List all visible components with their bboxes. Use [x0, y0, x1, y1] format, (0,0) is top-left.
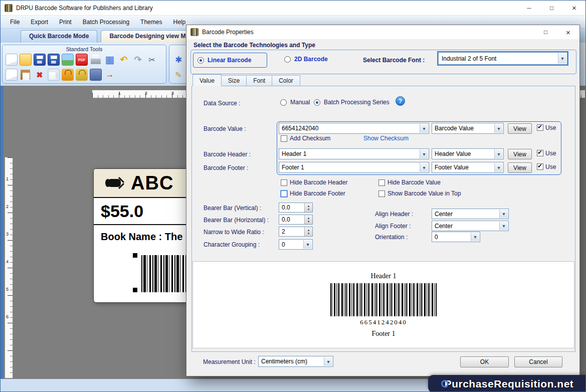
standard-tools-group: Standard Tools PDF ▦ ↶ ↷ ✂ ✖: [2, 45, 166, 84]
use-value-label: Use: [545, 124, 556, 131]
value-tab-panel: Data Source : Manual Batch Processing Se…: [191, 86, 575, 352]
selection-handle[interactable]: [133, 253, 137, 258]
manual-option[interactable]: Manual: [280, 99, 310, 106]
2d-barcode-option[interactable]: 2D Barcode: [284, 56, 328, 63]
application-window: DRPU Barcode Software for Publishers and…: [0, 0, 586, 392]
unlock-icon[interactable]: [76, 69, 88, 81]
narrow-to-wide-ratio-spinner[interactable]: 2: [279, 227, 313, 237]
menu-export[interactable]: Export: [25, 17, 54, 28]
view-value-button[interactable]: View: [508, 123, 532, 134]
cut-icon[interactable]: ✂: [146, 54, 158, 66]
bearer-bar-vertical-spinner[interactable]: 0.0: [279, 203, 313, 213]
show-value-in-top-checkbox[interactable]: [378, 190, 385, 197]
barcode-header-type-combo[interactable]: Header Value: [432, 148, 504, 159]
show-checksum-link[interactable]: Show Checksum: [363, 135, 409, 142]
ruler-mark: 3: [171, 91, 174, 96]
close-icon[interactable]: ×: [563, 1, 585, 16]
save-icon[interactable]: [34, 54, 46, 66]
dialog-maximize-icon[interactable]: □: [534, 25, 557, 39]
add-checksum-checkbox[interactable]: [281, 135, 287, 142]
use-header-checkbox[interactable]: [537, 150, 543, 156]
properties-tab-bar: Value Size Font Color: [192, 75, 300, 86]
export-pdf-icon[interactable]: PDF: [76, 54, 88, 66]
redo-icon[interactable]: ↷: [132, 54, 144, 66]
ruler-mark: 2: [6, 204, 9, 209]
bearer-bar-horizontal-spinner[interactable]: 0.0: [279, 215, 313, 225]
copy-icon[interactable]: [48, 69, 60, 81]
menu-file[interactable]: File: [5, 17, 25, 28]
barcode-font-value: Industrial 2 of 5 Font: [442, 55, 496, 62]
tab-size[interactable]: Size: [222, 75, 247, 86]
align-footer-combo[interactable]: Center: [432, 221, 509, 231]
linear-barcode-option[interactable]: Linear Barcode: [193, 53, 267, 68]
bearer-bar-vertical-value: 0.0: [282, 204, 290, 211]
batch-processing-option[interactable]: Batch Processing Series: [314, 99, 389, 106]
tab-color[interactable]: Color: [272, 75, 300, 86]
menu-themes[interactable]: Themes: [135, 17, 167, 28]
new-document-icon[interactable]: [6, 54, 18, 66]
align-header-label: Align Header :: [375, 211, 413, 218]
help-icon[interactable]: ?: [396, 96, 405, 106]
menu-batch-processing[interactable]: Batch Processing: [77, 17, 135, 28]
character-grouping-combo[interactable]: 0: [279, 239, 313, 250]
bearer-bar-horizontal-value: 0.0: [282, 216, 290, 223]
technology-section-title: Select the Barcode Technologies and Type: [193, 42, 315, 49]
selection-handle[interactable]: [133, 288, 137, 292]
use-footer-checkbox[interactable]: [537, 163, 543, 170]
tab-quick-barcode-mode[interactable]: Quick Barcode Mode: [21, 30, 97, 43]
batch-processing-radio[interactable]: [314, 99, 320, 106]
open-folder-icon[interactable]: [20, 54, 32, 66]
barcode-footer-type-text: Footer Value: [435, 164, 469, 171]
hide-barcode-footer-label: Hide Barcode Footer: [290, 190, 345, 197]
copy-image-icon[interactable]: [62, 54, 74, 66]
view-footer-button[interactable]: View: [508, 162, 532, 173]
manual-radio[interactable]: [280, 99, 287, 106]
2d-barcode-radio[interactable]: [284, 56, 291, 63]
app-icon: [5, 4, 13, 12]
settings-icon[interactable]: ✱: [172, 54, 184, 66]
orientation-value: 0: [435, 234, 438, 241]
barcode-footer-type-combo[interactable]: Footer Value: [432, 162, 504, 173]
align-footer-label: Align Footer :: [375, 223, 411, 230]
stamp-icon[interactable]: [90, 69, 102, 81]
print-icon[interactable]: [90, 54, 102, 66]
paste-icon[interactable]: [20, 69, 32, 81]
batch-processing-label: Batch Processing Series: [324, 99, 389, 106]
export-icon[interactable]: →: [104, 69, 116, 81]
ok-button[interactable]: OK: [460, 356, 509, 367]
title-bar: DRPU Barcode Software for Publishers and…: [1, 1, 585, 16]
save-as-icon[interactable]: [48, 54, 60, 66]
orientation-combo[interactable]: 0: [432, 232, 480, 242]
dialog-close-icon[interactable]: ×: [557, 25, 579, 39]
pencil-icon[interactable]: ✎: [172, 69, 184, 81]
use-value-checkbox[interactable]: [537, 124, 543, 131]
delete-icon[interactable]: ✖: [34, 69, 46, 81]
hide-barcode-value-checkbox[interactable]: [378, 179, 385, 186]
measurement-unit-combo[interactable]: Centimeters (cm): [258, 356, 333, 367]
cancel-button[interactable]: Cancel: [514, 356, 562, 367]
maximize-icon[interactable]: □: [540, 1, 563, 16]
barcode-value-combo[interactable]: 66541242040: [279, 123, 429, 134]
barcode-value-type-combo[interactable]: Barcode Value: [432, 123, 504, 134]
barcode-font-select[interactable]: Industrial 2 of 5 Font: [438, 52, 567, 65]
undo-icon[interactable]: ↶: [118, 54, 130, 66]
menu-print[interactable]: Print: [54, 17, 77, 28]
preview-barcode: [330, 283, 437, 316]
hide-barcode-header-checkbox[interactable]: [281, 179, 287, 186]
narrow-to-wide-ratio-label: Narrow to Wide Ratio :: [204, 229, 264, 236]
view-header-button[interactable]: View: [508, 149, 532, 159]
hide-barcode-footer-checkbox[interactable]: [281, 190, 287, 197]
linear-barcode-radio[interactable]: [198, 57, 204, 64]
tab-barcode-designing-view[interactable]: Barcode Designing view Mo: [101, 30, 189, 43]
grid-icon[interactable]: ▦: [104, 54, 116, 66]
minimize-icon[interactable]: ─: [518, 1, 540, 16]
ruler-mark: 6: [6, 314, 9, 319]
tab-value[interactable]: Value: [192, 74, 222, 86]
tab-font[interactable]: Font: [247, 75, 272, 86]
add-checksum-label: Add Checksum: [290, 135, 330, 142]
barcode-header-combo[interactable]: Header 1: [279, 148, 429, 159]
lock-icon[interactable]: [62, 69, 74, 81]
align-header-combo[interactable]: Center: [432, 209, 509, 219]
barcode-footer-combo[interactable]: Footer 1: [279, 162, 429, 173]
new-page-icon[interactable]: [6, 69, 18, 81]
